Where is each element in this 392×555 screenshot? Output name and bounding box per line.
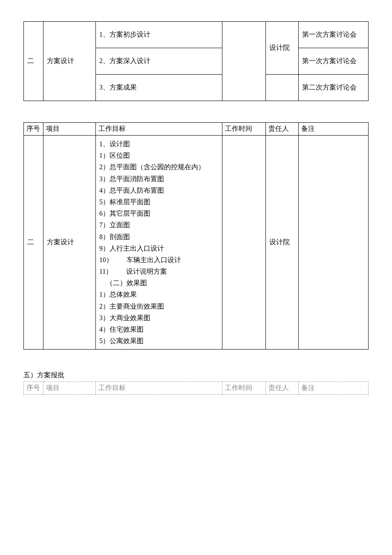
cell-project: 方案设计 [43, 136, 96, 350]
cell-goal: 1、方案初步设计 [95, 22, 222, 48]
cell-goal: 2、方案深入设计 [95, 48, 222, 75]
cell-note: 第一次方案讨论会 [299, 48, 369, 75]
table-header-row: 序号 项目 工作目标 工作时间 责任人 备注 [24, 382, 369, 395]
header-project: 项目 [43, 123, 96, 136]
header-note: 备注 [299, 382, 369, 395]
cell-goal: 1、设计图 1）区位图 2）总平面图（含公园的控规在内） 3）总平面消防布置图 … [95, 136, 222, 350]
header-responsible: 责任人 [266, 382, 299, 395]
cell-responsible: 设计院 [266, 22, 299, 75]
cell-responsible-empty [266, 75, 299, 101]
header-project: 项目 [43, 382, 96, 395]
cell-project: 方案设计 [43, 22, 96, 101]
header-note: 备注 [299, 123, 369, 136]
cell-time [222, 136, 265, 350]
cell-seq: 二 [24, 22, 43, 101]
header-seq: 序号 [24, 123, 43, 136]
cell-note: 第一次方案讨论会 [299, 22, 369, 48]
cell-time [222, 22, 265, 101]
table-row: 二 方案设计 1、方案初步设计 设计院 第一次方案讨论会 [24, 22, 369, 48]
table-scheme-approval: 序号 项目 工作目标 工作时间 责任人 备注 [23, 382, 369, 395]
header-seq: 序号 [24, 382, 43, 395]
header-goal: 工作目标 [95, 382, 222, 395]
table-row: 二 方案设计 1、设计图 1）区位图 2）总平面图（含公园的控规在内） 3）总平… [24, 136, 369, 350]
header-responsible: 责任人 [266, 123, 299, 136]
table-header-row: 序号 项目 工作目标 工作时间 责任人 备注 [24, 123, 369, 136]
cell-note: 第二次方案讨论会 [299, 75, 369, 101]
cell-seq: 二 [24, 136, 43, 350]
cell-note [299, 136, 369, 350]
header-goal: 工作目标 [95, 123, 222, 136]
table-scheme-design-detail: 序号 项目 工作目标 工作时间 责任人 备注 二 方案设计 1、设计图 1）区位… [23, 122, 369, 350]
header-time: 工作时间 [222, 382, 265, 395]
header-time: 工作时间 [222, 123, 265, 136]
section-heading-approval: 五）方案报批 [23, 371, 369, 380]
cell-responsible: 设计院 [266, 136, 299, 350]
cell-goal: 3、方案成果 [95, 75, 222, 101]
table-scheme-design-summary: 二 方案设计 1、方案初步设计 设计院 第一次方案讨论会 2、方案深入设计 第一… [23, 21, 369, 101]
